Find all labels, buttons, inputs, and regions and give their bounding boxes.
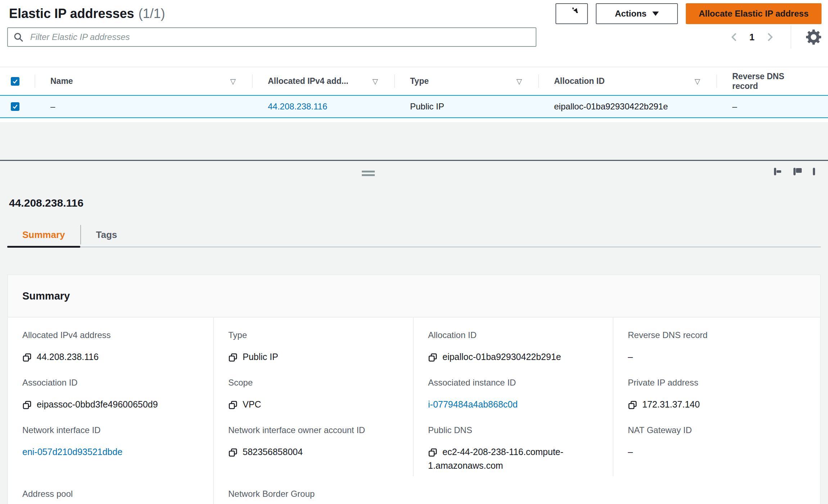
refresh-button[interactable] [555, 3, 588, 24]
panel-size-large-button[interactable] [813, 169, 815, 174]
field-private-ip-address: Private IP address172.31.37.140 [613, 365, 820, 413]
field-value: eipassoc-0bbd3fe49600650d9 [22, 397, 199, 411]
select-all-header-cell [0, 67, 35, 95]
field-label: Type [228, 330, 399, 340]
select-all-checkbox[interactable] [11, 77, 19, 86]
field-label: Scope [228, 378, 399, 388]
copy-button[interactable] [428, 448, 437, 457]
link-associated-instance-id[interactable]: i-0779484a4ab868c0d [428, 399, 518, 409]
copy-icon [22, 400, 32, 410]
actions-button[interactable]: Actions [596, 3, 678, 24]
filter-input[interactable] [7, 27, 536, 47]
link-allocated-ipv4-address[interactable]: 44.208.238.116 [268, 102, 327, 112]
result-count: (1/1) [139, 6, 165, 21]
column-header-label: Name [50, 76, 73, 86]
field-value: 44.208.238.116 [22, 350, 199, 364]
tab-summary[interactable]: Summary [7, 223, 80, 247]
resize-handle-icon [362, 171, 375, 172]
field-value: i-0779484a4ab868c0d [428, 397, 598, 411]
field-value: 582356858004 [228, 445, 399, 459]
allocate-elastic-ip-button[interactable]: Allocate Elastic IP address [686, 3, 822, 24]
copy-button[interactable] [628, 400, 637, 410]
field-association-id: Association IDeipassoc-0bbd3fe49600650d9 [8, 365, 213, 413]
field-label: Reverse DNS record [628, 330, 806, 340]
copy-button[interactable] [228, 448, 238, 457]
column-header-allocated-ipv4-address[interactable]: Allocated IPv4 add...▽ [252, 67, 394, 95]
field-label: Allocated IPv4 address [22, 330, 199, 340]
copy-button[interactable] [228, 400, 238, 410]
panel-size-small-button[interactable] [774, 169, 776, 174]
column-header-label: Reverse DNS record [732, 72, 812, 91]
preferences-button[interactable] [806, 29, 822, 45]
field-label: Address pool [22, 489, 199, 499]
actions-button-label: Actions [615, 9, 647, 19]
sort-icon[interactable]: ▽ [230, 77, 236, 86]
field-associated-instance-id: Associated instance IDi-0779484a4ab868c0… [413, 365, 613, 413]
eip-list-section: Elastic IP addresses (1/1) Actions Alloc… [0, 0, 828, 122]
field-label: Network interface ID [22, 425, 199, 435]
sort-icon[interactable]: ▽ [517, 77, 522, 86]
column-header-type[interactable]: Type▽ [394, 67, 538, 95]
copy-button[interactable] [228, 353, 238, 362]
detail-split-panel: 44.208.238.116 Summary Tags Summary Allo… [0, 160, 828, 504]
detail-tabs: Summary Tags [7, 223, 821, 247]
field-label: Public DNS [428, 425, 598, 435]
field-label: Network interface owner account ID [228, 425, 399, 435]
field-value: Public IP [228, 350, 399, 364]
link-network-interface-id[interactable]: eni-057d210d93521dbde [22, 447, 122, 457]
refresh-icon [566, 8, 578, 20]
page-title-group: Elastic IP addresses (1/1) [9, 6, 165, 21]
copy-button[interactable] [22, 400, 32, 410]
copy-icon [228, 448, 238, 457]
checkbox-check-icon [12, 103, 18, 110]
copy-icon [628, 400, 637, 410]
field-value: – [628, 350, 806, 364]
column-header-label: Allocation ID [554, 76, 605, 86]
copy-icon [22, 353, 32, 362]
dropdown-caret-icon [652, 12, 659, 16]
header-actions: Actions Allocate Elastic IP address [555, 3, 822, 24]
summary-card: Summary Allocated IPv4 address44.208.238… [7, 274, 821, 504]
page-header: Elastic IP addresses (1/1) Actions Alloc… [0, 0, 828, 23]
chevron-right-icon [765, 31, 775, 43]
field-label: Network Border Group [228, 489, 399, 499]
field-label: Associated instance ID [428, 378, 598, 388]
copy-icon [428, 448, 437, 457]
copy-button[interactable] [22, 353, 32, 362]
column-header-allocation-id[interactable]: Allocation ID▽ [538, 67, 716, 95]
search-icon [13, 32, 24, 45]
field-value: ec2-44-208-238-116.compute-1.amazonaws.c… [428, 445, 598, 472]
eip-table: Name▽Allocated IPv4 add...▽Type▽Allocati… [0, 67, 828, 118]
filter-row: 1 [0, 23, 828, 47]
copy-button[interactable] [428, 353, 437, 362]
field-scope: ScopeVPC [213, 365, 413, 413]
column-header-name[interactable]: Name▽ [35, 67, 252, 95]
cell-allocation-id: eipalloc-01ba92930422b291e [538, 95, 716, 118]
summary-card-title: Summary [22, 290, 70, 302]
tab-tags[interactable]: Tags [81, 223, 132, 247]
panel-resize-handle[interactable] [362, 171, 375, 178]
field-value: – [628, 445, 806, 459]
row-select-cell [0, 95, 35, 118]
field-value: eni-057d210d93521dbde [22, 445, 199, 459]
column-header-reverse-dns-record[interactable]: Reverse DNS record [716, 67, 828, 95]
panel-title: 44.208.238.116 [9, 197, 84, 209]
sort-icon[interactable]: ▽ [373, 77, 378, 86]
field-public-dns: Public DNSec2-44-208-238-116.compute-1.a… [413, 413, 613, 476]
summary-card-header: Summary [8, 275, 820, 318]
field-label: Allocation ID [428, 330, 598, 340]
pagination-divider [791, 26, 791, 49]
field-network-interface-id: Network interface IDeni-057d210d93521dbd… [8, 413, 213, 476]
cell-reverse-dns-record: – [716, 95, 828, 118]
previous-page-button[interactable] [728, 30, 740, 45]
column-header-label: Type [410, 76, 429, 86]
cell-type: Public IP [394, 95, 538, 118]
filter-box [7, 27, 536, 47]
row-checkbox[interactable] [11, 102, 19, 111]
chevron-left-icon [729, 31, 739, 43]
sort-icon[interactable]: ▽ [695, 77, 700, 86]
panel-size-medium-button[interactable] [793, 169, 796, 174]
page-title: Elastic IP addresses [9, 6, 134, 21]
panel-size-small-icon [774, 168, 776, 175]
next-page-button[interactable] [764, 30, 776, 45]
